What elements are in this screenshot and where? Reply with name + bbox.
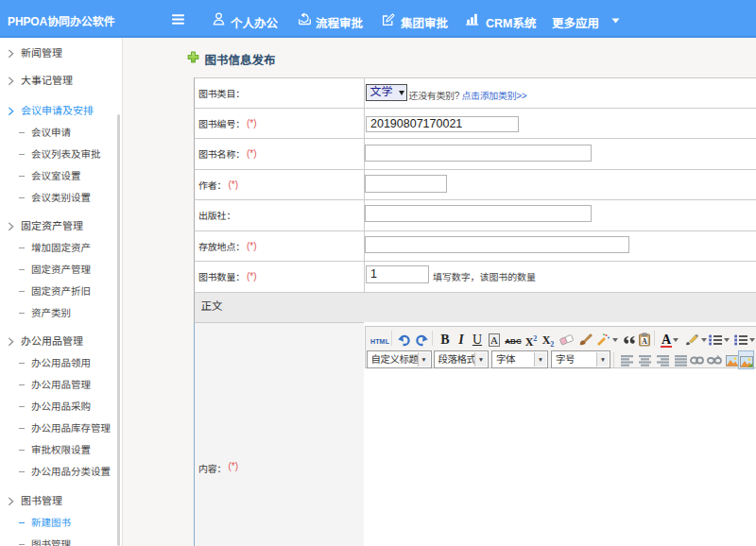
svg-text:A: A (642, 337, 647, 346)
